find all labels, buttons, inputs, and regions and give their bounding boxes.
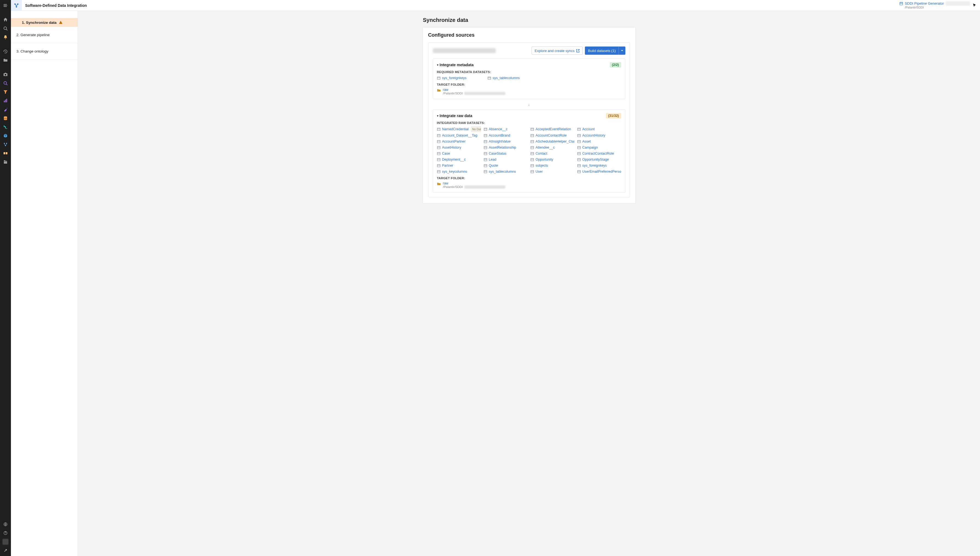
svg-point-11	[5, 145, 6, 146]
dataset-link[interactable]: Attendee__c	[530, 145, 574, 150]
dataset-link[interactable]: Lead	[484, 157, 528, 162]
inspect-icon[interactable]	[0, 79, 11, 87]
steps-sidebar: 1. Synchronize data 2. Generate pipeline…	[11, 11, 78, 556]
dataset-link[interactable]: AccountBrand	[484, 133, 528, 138]
dataset-link[interactable]: Account	[577, 126, 621, 132]
section-badge: (31/32)	[606, 113, 621, 118]
svg-rect-42	[437, 158, 440, 161]
redacted	[464, 92, 505, 95]
svg-rect-35	[484, 146, 487, 149]
user-avatar[interactable]	[0, 537, 11, 546]
svg-rect-39	[484, 152, 487, 155]
generator-link[interactable]: SDDI Pipeline Generator /Palantir/SDDI	[899, 2, 970, 9]
dataset-link[interactable]: AssetRelationship	[484, 145, 528, 150]
table-icon	[577, 158, 581, 162]
build-datasets-dropdown[interactable]	[619, 47, 625, 55]
home-icon[interactable]	[0, 15, 11, 24]
chart-icon[interactable]	[0, 96, 11, 105]
dataset-link[interactable]: Quote	[484, 163, 528, 168]
dataset-link[interactable]: Partner	[437, 163, 481, 168]
section-toggle[interactable]: ▾ Integrate metadata	[437, 63, 474, 67]
folder-icon[interactable]	[0, 56, 11, 65]
globe-icon[interactable]	[0, 520, 11, 529]
notifications-icon[interactable]	[0, 33, 11, 42]
step-generate-pipeline[interactable]: 2. Generate pipeline	[11, 27, 77, 43]
svg-rect-41	[577, 152, 580, 155]
table-icon	[484, 140, 487, 143]
dataset-link[interactable]: AccountPartner	[437, 139, 481, 144]
table-icon	[437, 164, 440, 168]
dataset-link[interactable]: Deployment__c	[437, 157, 481, 162]
dataset-link[interactable]: Opportunity	[530, 157, 574, 162]
chevron-down-icon: ▾	[437, 114, 438, 118]
history-icon[interactable]	[0, 47, 11, 56]
svg-rect-27	[484, 134, 487, 137]
expand-icon[interactable]	[0, 546, 11, 555]
generator-label: SDDI Pipeline Generator	[905, 2, 944, 6]
svg-rect-20	[437, 77, 440, 79]
dataset-link[interactable]: Campaign	[577, 145, 621, 150]
svg-rect-19	[900, 2, 903, 5]
dataset-link[interactable]: User	[530, 169, 574, 174]
table-icon	[484, 134, 487, 137]
dataset-link[interactable]: Case	[437, 151, 481, 156]
pipeline-icon[interactable]	[0, 123, 11, 131]
dataset-link[interactable]: Asset	[577, 139, 621, 144]
build-datasets-button[interactable]: Build datasets (1)	[585, 47, 619, 55]
dataset-link[interactable]: ContractContactRole	[577, 151, 621, 156]
dataset-link[interactable]: AcceptedEventRelation	[530, 126, 574, 132]
dataset-link[interactable]: sys_tablecolumns	[488, 75, 535, 81]
dataset-link[interactable]: AssetHistory	[437, 145, 481, 150]
dataset-link[interactable]: sys_keycolumns	[437, 169, 481, 174]
dataset-link[interactable]: OpportunityStage	[577, 157, 621, 162]
integration-icon[interactable]	[0, 140, 11, 149]
section-toggle[interactable]: ▾ Integrate raw data	[437, 113, 472, 118]
folder-link[interactable]: raw	[443, 88, 506, 92]
dataset-link[interactable]: ASchedulableHelper_Class__Tag	[530, 139, 574, 144]
target-folder-label: TARGET FOLDER:	[437, 83, 621, 86]
svg-rect-7	[6, 99, 7, 102]
dataset-link[interactable]: UserEmailPreferredPerson	[577, 169, 621, 174]
dataset-link[interactable]: CaseStatus	[484, 151, 528, 156]
dataset-link[interactable]: AIInsightValue	[484, 139, 528, 144]
database-icon[interactable]	[0, 114, 11, 123]
menu-icon[interactable]	[0, 1, 11, 10]
dataset-link[interactable]: Contact	[530, 151, 574, 156]
section-title: Integrate metadata	[440, 63, 474, 67]
dataset-link[interactable]: sobjects	[530, 163, 574, 168]
camera-icon[interactable]	[0, 70, 11, 79]
files-icon[interactable]	[0, 158, 11, 166]
header: Software-Defined Data Integration SDDI P…	[11, 0, 980, 11]
table-icon	[530, 134, 534, 137]
section-badge: (2/2)	[610, 62, 621, 68]
svg-rect-6	[5, 100, 6, 102]
svg-rect-51	[484, 170, 487, 173]
search-icon[interactable]	[0, 24, 11, 33]
dataset-link[interactable]: sys_tablecolumns	[484, 169, 528, 174]
step-change-ontology[interactable]: 3. Change ontology	[11, 43, 77, 60]
folder-link[interactable]: raw	[443, 181, 506, 185]
dataset-link[interactable]: NamedCredentialNo Data	[437, 126, 481, 132]
svg-rect-13	[6, 152, 7, 154]
table-icon	[577, 170, 581, 173]
svg-rect-45	[577, 158, 580, 161]
app-icon	[11, 0, 22, 11]
dataset-link[interactable]: Absence__c	[484, 126, 528, 132]
dataset-link[interactable]: sys_foreignkeys	[577, 163, 621, 168]
filter-icon[interactable]	[0, 87, 11, 96]
table-icon	[484, 128, 487, 131]
table-icon	[437, 146, 440, 149]
compare-icon[interactable]	[0, 149, 11, 158]
cube-icon[interactable]	[0, 131, 11, 140]
dataset-link[interactable]: sys_foreignkeys	[437, 75, 485, 81]
step-synchronize-data[interactable]: 1. Synchronize data	[11, 18, 77, 27]
help-icon[interactable]	[0, 529, 11, 537]
page-title: Synchronize data	[422, 17, 636, 23]
table-icon	[488, 76, 491, 80]
tool-icon[interactable]	[0, 105, 11, 114]
dataset-link[interactable]: Account_Dataset__Tag	[437, 133, 481, 138]
svg-rect-53	[577, 170, 580, 173]
dataset-link[interactable]: AccountContactRole	[530, 133, 574, 138]
explore-create-syncs-button[interactable]: Explore and create syncs	[532, 47, 583, 55]
dataset-link[interactable]: AccountHistory	[577, 133, 621, 138]
